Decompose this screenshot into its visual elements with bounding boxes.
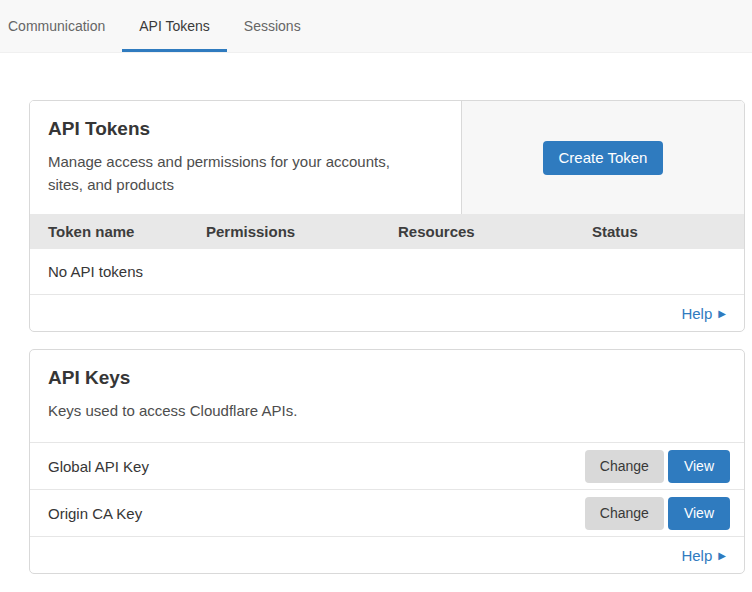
api-keys-description: Keys used to access Cloudflare APIs. <box>48 399 418 422</box>
origin-ca-key-view-button[interactable]: View <box>668 497 730 530</box>
api-keys-help-row: Help ▶ <box>30 537 744 573</box>
list-item: Global API Key Change View <box>30 443 744 490</box>
column-resources: Resources <box>398 223 592 240</box>
api-keys-card-header: API Keys Keys used to access Cloudflare … <box>30 350 744 443</box>
table-row: No API tokens <box>30 249 744 295</box>
api-keys-card: API Keys Keys used to access Cloudflare … <box>29 349 745 574</box>
api-keys-title: API Keys <box>48 367 724 389</box>
api-tokens-card: API Tokens Manage access and permissions… <box>29 100 745 332</box>
tab-communication[interactable]: Communication <box>8 0 122 52</box>
help-link-label: Help <box>681 547 712 564</box>
api-tokens-title: API Tokens <box>48 118 441 140</box>
list-item: Origin CA Key Change View <box>30 490 744 537</box>
origin-ca-key-actions: Change View <box>585 497 730 530</box>
api-keys-help-link[interactable]: Help ▶ <box>681 547 726 564</box>
help-link-label: Help <box>681 305 712 322</box>
column-token-name: Token name <box>48 223 206 240</box>
create-token-button[interactable]: Create Token <box>543 141 664 175</box>
global-api-key-change-button[interactable]: Change <box>585 450 664 483</box>
api-tokens-help-row: Help ▶ <box>30 295 744 331</box>
tab-sessions[interactable]: Sessions <box>227 0 318 52</box>
arrow-right-icon: ▶ <box>718 308 726 319</box>
arrow-right-icon: ▶ <box>718 550 726 561</box>
empty-tokens-message: No API tokens <box>48 263 143 280</box>
api-tokens-card-header: API Tokens Manage access and permissions… <box>30 101 744 214</box>
token-table-header: Token name Permissions Resources Status <box>30 214 744 249</box>
global-api-key-actions: Change View <box>585 450 730 483</box>
api-tokens-help-link[interactable]: Help ▶ <box>681 305 726 322</box>
column-permissions: Permissions <box>206 223 398 240</box>
column-status: Status <box>592 223 744 240</box>
api-tokens-description: Manage access and permissions for your a… <box>48 150 418 196</box>
tab-api-tokens[interactable]: API Tokens <box>122 0 227 52</box>
api-tokens-card-header-left: API Tokens Manage access and permissions… <box>30 101 461 214</box>
global-api-key-label: Global API Key <box>48 458 585 475</box>
global-api-key-view-button[interactable]: View <box>668 450 730 483</box>
origin-ca-key-change-button[interactable]: Change <box>585 497 664 530</box>
page-content: API Tokens Manage access and permissions… <box>0 53 752 574</box>
origin-ca-key-label: Origin CA Key <box>48 505 585 522</box>
api-tokens-card-header-right: Create Token <box>461 101 744 214</box>
tab-bar: Communication API Tokens Sessions <box>0 0 752 53</box>
